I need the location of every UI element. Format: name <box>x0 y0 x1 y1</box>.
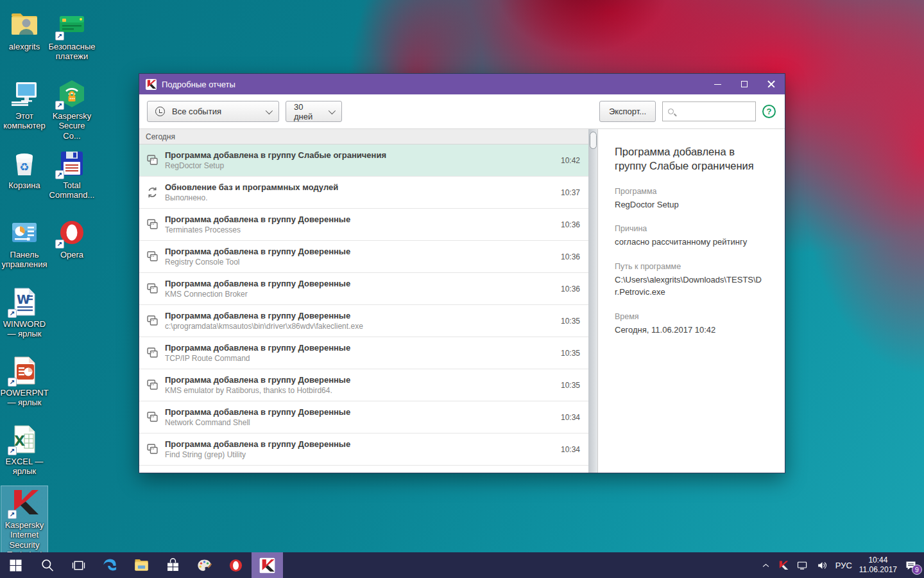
taskbar-taskview-icon[interactable] <box>63 552 94 578</box>
list-scrollbar[interactable] <box>588 129 597 473</box>
detail-value: C:\Users\alexgrits\Downloads\TESTS\Dr.Pe… <box>615 274 762 299</box>
window-title: Подробные отчеты <box>162 80 704 89</box>
detail-label: Программа <box>615 187 762 196</box>
shortcut-arrow-icon: ↗ <box>55 101 64 110</box>
network-icon[interactable] <box>796 559 809 572</box>
event-title: Программа добавлена в группу Доверенные <box>165 439 561 449</box>
event-subtitle: Terminates Processes <box>165 225 561 234</box>
event-row[interactable]: Программа добавлена в группу Слабые огра… <box>139 144 588 177</box>
event-row[interactable]: Программа добавлена в группу ДоверенныеT… <box>139 337 588 369</box>
event-subtitle: Find String (grep) Utility <box>165 450 561 459</box>
tray-expand-icon[interactable] <box>761 561 771 570</box>
kaspersky-internet-security-icon: ↗ <box>9 487 40 518</box>
shortcut-arrow-icon: ↗ <box>8 378 17 387</box>
taskbar-paint-icon[interactable] <box>189 552 220 578</box>
event-title: Программа добавлена в группу Доверенные <box>165 279 561 288</box>
taskbar-start-button[interactable] <box>0 552 31 578</box>
update-icon <box>139 186 165 199</box>
tray-time: 10:44 <box>859 556 897 565</box>
event-row[interactable]: Программа добавлена в группу ДоверенныеR… <box>139 241 588 273</box>
desktop-icon-powerpnt[interactable]: ↗POWERPNT — ярлык <box>1 354 47 409</box>
events-filter-dropdown[interactable]: Все события <box>147 101 279 122</box>
desktop-icon-label: Безопасные платежи <box>48 42 95 62</box>
event-time: 10:35 <box>561 381 588 390</box>
event-row[interactable]: Программа добавлена в группу ДоверенныеF… <box>139 434 588 466</box>
opera-icon: ↗ <box>56 217 87 248</box>
desktop-icon-recycle-bin[interactable]: ♻Корзина <box>1 146 47 191</box>
event-row[interactable]: Обновление баз и программных модулейВыпо… <box>139 177 588 209</box>
language-indicator[interactable]: РУС <box>835 561 852 570</box>
taskbar-kaspersky-icon[interactable] <box>252 552 283 578</box>
detail-label: Время <box>615 312 762 321</box>
desktop-icon-alexgrits[interactable]: alexgrits <box>1 8 47 53</box>
desktop-icon-control-panel[interactable]: Панель управления <box>1 216 47 271</box>
application-window-icon <box>139 250 165 263</box>
application-window-icon <box>139 410 165 424</box>
desktop-icon-label: EXCEL — ярлык <box>1 457 47 477</box>
event-row[interactable]: Программа добавлена в группу Доверенныеc… <box>139 305 588 337</box>
desktop-icon-this-pc[interactable]: Этот компьютер <box>1 77 47 132</box>
desktop-icon-excel[interactable]: X↗EXCEL — ярлык <box>1 423 47 478</box>
volume-icon[interactable] <box>816 559 828 572</box>
maximize-button[interactable] <box>731 74 758 94</box>
taskbar-explorer-icon[interactable] <box>126 552 157 578</box>
taskbar-store-icon[interactable] <box>157 552 189 578</box>
notification-badge: 9 <box>912 565 922 575</box>
event-subtitle: Registry Console Tool <box>165 258 561 267</box>
shortcut-arrow-icon: ↗ <box>8 446 17 455</box>
event-title: Программа добавлена в группу Слабые огра… <box>165 150 561 160</box>
shortcut-arrow-icon: ↗ <box>8 309 17 318</box>
search-icon <box>668 109 674 114</box>
action-center-icon[interactable]: 9 <box>904 559 918 572</box>
application-window-icon <box>139 442 165 456</box>
application-window-icon <box>139 282 165 295</box>
event-title: Программа добавлена в группу Доверенные <box>165 343 561 353</box>
desktop-icon-label: Корзина <box>8 180 40 190</box>
taskbar-opera-icon[interactable] <box>220 552 252 578</box>
period-filter-dropdown[interactable]: 30 дней <box>286 101 342 122</box>
shortcut-arrow-icon: ↗ <box>55 170 64 179</box>
export-button[interactable]: Экспорт... <box>599 101 656 122</box>
desktop-icon-label: Opera <box>60 250 83 259</box>
events-filter-value: Все события <box>172 107 266 116</box>
detail-label: Причина <box>615 224 762 233</box>
shortcut-arrow-icon: ↗ <box>8 510 17 519</box>
search-box[interactable] <box>662 101 756 121</box>
desktop-icon-label: Kaspersky Secure Co... <box>49 111 95 141</box>
event-row[interactable]: Программа добавлена в группу ДоверенныеT… <box>139 209 588 241</box>
event-row[interactable]: Программа добавлена в группу ДоверенныеK… <box>139 273 588 305</box>
taskbar-edge-icon[interactable] <box>94 552 126 578</box>
desktop-icon-label: WINWORD — ярлык <box>1 319 47 339</box>
kaspersky-tray-icon[interactable] <box>778 560 789 571</box>
desktop-icon-kaspersky-internet-security[interactable]: ↗Kaspersky Internet Security Technical <box>1 486 47 561</box>
help-button[interactable] <box>762 105 776 118</box>
kaspersky-logo-icon <box>146 79 157 90</box>
event-row[interactable]: Программа добавлена в группу ДоверенныеN… <box>139 401 588 434</box>
event-row[interactable]: Программа добавлена в группу ДоверенныеK… <box>139 369 588 401</box>
total-commander-icon: ↗ <box>56 148 87 179</box>
desktop-icon-total-commander[interactable]: ↗Total Command... <box>49 146 95 202</box>
window-titlebar[interactable]: Подробные отчеты <box>139 74 785 94</box>
event-title: Программа добавлена в группу Доверенные <box>165 215 561 224</box>
taskbar-search-icon[interactable] <box>31 552 63 578</box>
desktop-icon-label: Панель управления <box>1 250 47 270</box>
minimize-button[interactable] <box>704 74 731 94</box>
desktop-icon-winword[interactable]: W↗WINWORD — ярлык <box>1 285 47 340</box>
control-panel-icon <box>9 217 40 248</box>
event-time: 10:36 <box>561 285 588 293</box>
detail-section: ВремяСегодня, 11.06.2017 10:42 <box>615 312 762 337</box>
desktop-icon-kaspersky-secure-connection[interactable]: ↗Kaspersky Secure Co... <box>49 77 95 142</box>
search-input[interactable] <box>678 107 750 116</box>
tray-clock[interactable]: 10:44 11.06.2017 <box>859 556 897 575</box>
event-time: 10:36 <box>561 252 588 261</box>
detail-section: ПрограммаRegDoctor Setup <box>615 187 762 211</box>
scrollbar-thumb[interactable] <box>590 132 597 149</box>
desktop-icon-secure-payments[interactable]: ↗Безопасные платежи <box>49 8 95 63</box>
detail-value: RegDoctor Setup <box>615 199 762 211</box>
excel-icon: X↗ <box>9 424 40 455</box>
close-button[interactable] <box>758 74 785 94</box>
shortcut-arrow-icon: ↗ <box>55 240 64 249</box>
application-window-icon <box>139 153 165 167</box>
event-subtitle: Network Command Shell <box>165 418 561 427</box>
desktop-icon-opera[interactable]: ↗Opera <box>49 216 95 261</box>
